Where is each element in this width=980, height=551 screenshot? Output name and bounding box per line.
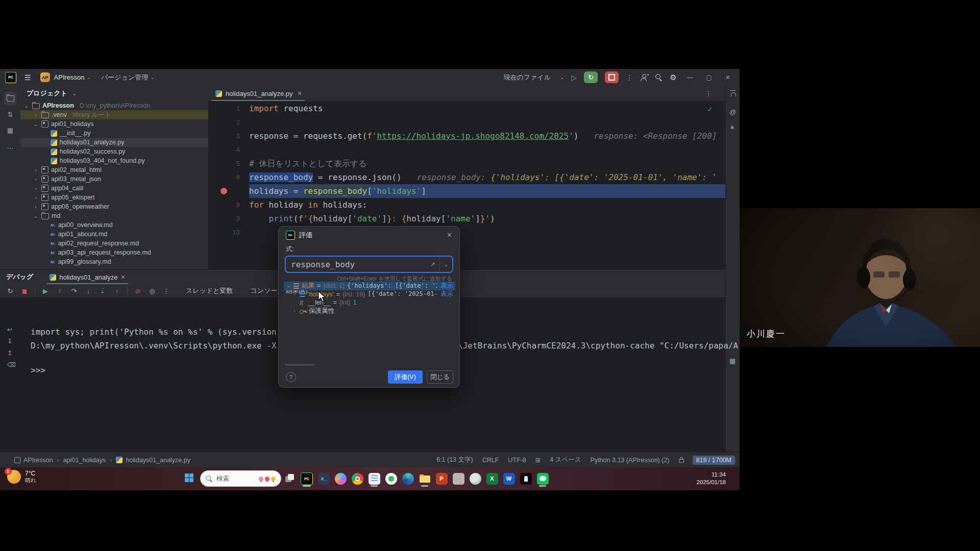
interpreter[interactable]: Python 3.13 (APIresson) (2): [591, 457, 670, 464]
main-menu-icon[interactable]: ☰: [24, 73, 31, 82]
run-button[interactable]: ▷: [571, 73, 577, 82]
editor-gutter[interactable]: 5: [208, 157, 249, 170]
maximize-button[interactable]: ▢: [703, 74, 715, 81]
project-name[interactable]: APIresson: [54, 73, 85, 81]
pause-icon[interactable]: ‖: [56, 287, 64, 295]
taskbar-app-powerpoint[interactable]: P: [435, 470, 448, 487]
chevron-collapsed-icon[interactable]: ›: [292, 309, 297, 314]
editor-gutter[interactable]: 10: [208, 226, 249, 239]
breakpoint-icon[interactable]: [220, 188, 227, 194]
mute-breakpoints-icon[interactable]: ⊘: [134, 287, 142, 295]
stop-icon[interactable]: ◼: [20, 287, 29, 295]
taskbar-app-kindle[interactable]: [520, 470, 532, 487]
code-editor[interactable]: 1import requests23response = requests.ge…: [208, 102, 725, 239]
expand-input-icon[interactable]: ↗: [430, 261, 439, 268]
editor-gutter[interactable]: 2: [208, 115, 249, 129]
view-link[interactable]: 表示: [440, 282, 455, 290]
project-tool-icon[interactable]: [4, 92, 17, 105]
taskbar-app-powershell[interactable]: ≥_: [317, 470, 330, 487]
chevron-collapsed-icon[interactable]: ›: [33, 186, 39, 191]
code-line[interactable]: 9 print(f'{holiday['date']}: {holiday['n…: [208, 212, 725, 226]
taskbar-app-chrome[interactable]: [351, 470, 363, 487]
chevron-expanded-icon[interactable]: ⌄: [286, 283, 291, 288]
taskbar-app-pycharm[interactable]: PC: [301, 470, 313, 487]
editor-gutter[interactable]: 3: [208, 129, 249, 143]
stop-button[interactable]: [605, 71, 619, 83]
code-line[interactable]: 4: [208, 143, 725, 157]
close-tab-icon[interactable]: ✕: [298, 90, 302, 97]
soft-wrap-icon[interactable]: ↩: [7, 326, 12, 333]
rerun-debug-button[interactable]: ↻: [584, 71, 598, 83]
step-into-icon[interactable]: ↓: [84, 287, 92, 295]
tree-item-api02_request_response.md[interactable]: M↓api02_request_response.md: [20, 239, 208, 248]
tree-item-app04_calil[interactable]: ›app04_calil: [20, 184, 208, 193]
chevron-expanded-icon[interactable]: ⌄: [23, 103, 30, 109]
tree-item-app05_ekispert[interactable]: ›app05_ekispert: [20, 193, 208, 202]
close-dialog-button[interactable]: 閉じる: [427, 370, 453, 384]
result-row[interactable]: ⌄結果={dict: 1}{'holidays': [{'date': '202…: [284, 282, 455, 290]
settings-gear-icon[interactable]: ⚙: [670, 73, 676, 82]
chevron-expanded-icon[interactable]: ⌄: [33, 213, 39, 219]
view-tab-スレッドと変数[interactable]: スレッドと変数: [184, 285, 235, 297]
project-badge[interactable]: AP: [40, 72, 50, 82]
encoding[interactable]: UTF-8: [508, 457, 526, 464]
caret-position[interactable]: 6:1 (13 文字): [436, 456, 473, 464]
weather-widget[interactable]: 5 7°C 晴れ: [7, 470, 36, 484]
taskbar-app-line-app[interactable]: [536, 470, 549, 487]
taskbar-app-evernote[interactable]: [385, 470, 397, 487]
tree-item-api99_glossary.md[interactable]: M↓api99_glossary.md: [20, 257, 208, 266]
taskbar-app-globe-app[interactable]: [469, 470, 481, 487]
expression-input[interactable]: [286, 260, 430, 269]
close-session-icon[interactable]: ✕: [120, 274, 125, 281]
taskbar-app-file-explorer[interactable]: [419, 470, 431, 487]
evaluate-button[interactable]: 評価(V): [388, 370, 423, 384]
horizontal-scrollbar[interactable]: [285, 364, 314, 366]
breadcrumb-item[interactable]: api01_holidays: [63, 457, 106, 464]
code-line[interactable]: 2: [208, 115, 725, 129]
pull-requests-icon[interactable]: ⇅: [4, 108, 17, 121]
tree-item-md[interactable]: ⌄md: [20, 211, 208, 220]
code-line[interactable]: 5# 休日をリストとして表示する: [208, 157, 725, 170]
taskbar-app-word[interactable]: W: [503, 470, 515, 487]
scroll-to-top-icon[interactable]: ↥: [7, 349, 12, 357]
resume-icon[interactable]: ▶: [41, 287, 50, 295]
tree-item-holidays02_success.py[interactable]: holidays02_success.py: [20, 147, 208, 156]
inspections-ok-icon[interactable]: ✓: [707, 105, 713, 113]
tab-options-icon[interactable]: ⋮: [705, 89, 712, 97]
vcs-widget[interactable]: バージョン管理: [101, 73, 148, 82]
dialog-close-icon[interactable]: ✕: [447, 231, 452, 239]
taskbar-app-task-view[interactable]: [284, 470, 296, 487]
inbox-at-icon[interactable]: @: [729, 108, 736, 116]
tree-item-api01_holidays[interactable]: ⌄api01_holidays: [20, 119, 208, 129]
chevron-collapsed-icon[interactable]: ›: [292, 292, 297, 297]
code-with-me-icon[interactable]: +: [640, 74, 648, 81]
code-line[interactable]: 6response_body = response.json()response…: [208, 170, 725, 184]
taskbar-app-excel[interactable]: X: [486, 470, 498, 487]
tree-item-api03_api_request_response.md[interactable]: M↓api03_api_request_response.md: [20, 248, 208, 257]
chevron-collapsed-icon[interactable]: ›: [33, 204, 39, 210]
editor-gutter[interactable]: 8: [208, 198, 249, 212]
chevron-collapsed-icon[interactable]: ›: [33, 195, 39, 201]
taskbar-app-edge[interactable]: [402, 470, 414, 487]
indent-style[interactable]: 4 スペース: [550, 456, 581, 464]
close-button[interactable]: ✕: [722, 74, 733, 81]
structure-icon[interactable]: ▦: [4, 123, 17, 137]
chevron-collapsed-icon[interactable]: ›: [33, 112, 39, 118]
editor-gutter[interactable]: 4: [208, 143, 249, 157]
editor-gutter[interactable]: 1: [208, 102, 249, 115]
tree-item-api00_overview.md[interactable]: M↓api00_overview.md: [20, 220, 208, 230]
more-tools-icon[interactable]: ⋯: [4, 141, 17, 155]
clear-console-icon[interactable]: ⌫: [7, 361, 16, 368]
search-everywhere-icon[interactable]: [655, 73, 663, 81]
editor-tab[interactable]: holidays01_analyze.py ✕: [208, 86, 308, 101]
project-panel-title[interactable]: プロジェクト: [27, 89, 67, 98]
tree-item-api01_abount.md[interactable]: M↓api01_abount.md: [20, 230, 208, 239]
history-dropdown-icon[interactable]: ⌄: [439, 257, 452, 272]
line-ending[interactable]: CRLF: [482, 457, 499, 464]
taskbar-clock[interactable]: 11:34 2025/01/18: [696, 471, 726, 486]
tree-item-APIresson[interactable]: ⌄APIressonD:\my_python\APIresson: [20, 101, 208, 110]
editor-gutter[interactable]: [208, 184, 249, 198]
tree-item-holidays03_404_not_found.py[interactable]: holidays03_404_not_found.py: [20, 156, 208, 165]
code-line[interactable]: 3response = requests.get(f'https://holid…: [208, 129, 725, 143]
editor-gutter[interactable]: 9: [208, 212, 249, 226]
